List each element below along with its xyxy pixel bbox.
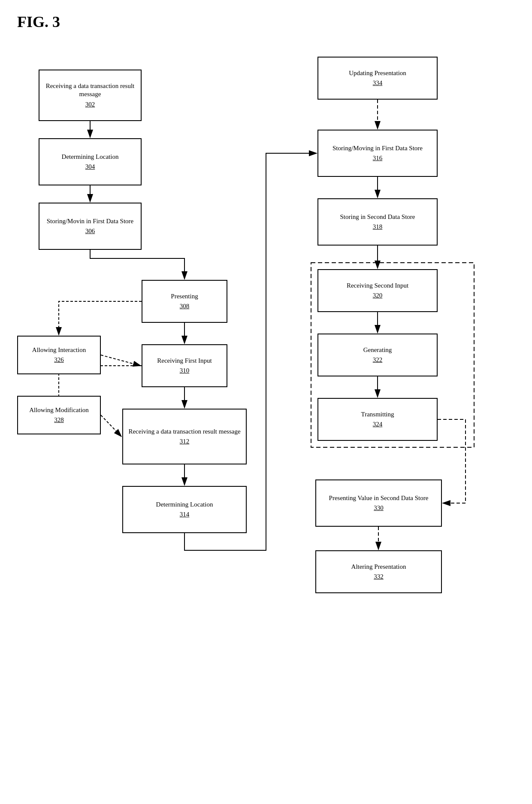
flowbox-b316: Storing/Moving in First Data Store316 — [317, 130, 438, 177]
box-label-b332: Altering Presentation — [351, 563, 406, 571]
flowbox-b330: Presenting Value in Second Data Store330 — [315, 479, 442, 527]
flowbox-b306: Storing/Movin in First Data Store306 — [39, 203, 142, 250]
box-num-b310: 310 — [180, 367, 190, 375]
box-label-b314: Determining Location — [156, 501, 213, 509]
flowbox-b320: Receiving Second Input320 — [317, 269, 438, 312]
box-num-b326: 326 — [54, 356, 64, 364]
box-num-b322: 322 — [373, 356, 383, 364]
flowbox-b312: Receiving a data transaction result mess… — [122, 409, 247, 464]
box-num-b308: 308 — [180, 302, 190, 311]
box-num-b304: 304 — [85, 163, 95, 171]
box-label-b310: Receiving First Input — [157, 357, 212, 365]
box-num-b316: 316 — [373, 154, 383, 163]
flowbox-b322: Generating322 — [317, 334, 438, 376]
box-label-b330: Presenting Value in Second Data Store — [329, 494, 429, 503]
flowbox-b334: Updating Presentation334 — [317, 57, 438, 100]
page-title: FIG. 3 — [0, 0, 532, 31]
box-label-b306: Storing/Movin in First Data Store — [47, 217, 134, 226]
box-num-b330: 330 — [374, 504, 384, 513]
box-label-b304: Determining Location — [62, 153, 119, 161]
box-num-b302: 302 — [85, 100, 95, 109]
box-label-b302: Receiving a data transaction result mess… — [43, 82, 137, 99]
box-label-b316: Storing/Moving in First Data Store — [332, 144, 423, 153]
box-label-b320: Receiving Second Input — [347, 282, 408, 290]
svg-line-14 — [101, 415, 121, 437]
box-num-b318: 318 — [373, 223, 383, 231]
box-num-b324: 324 — [373, 420, 383, 429]
box-label-b326: Allowing Interaction — [32, 346, 86, 355]
flowbox-b324: Transmitting324 — [317, 398, 438, 441]
box-num-b320: 320 — [373, 291, 383, 300]
flowbox-b304: Determining Location304 — [39, 138, 142, 185]
box-label-b334: Updating Presentation — [349, 69, 406, 78]
box-label-b318: Storing in Second Data Store — [340, 213, 415, 221]
box-num-b314: 314 — [180, 510, 190, 519]
flowbox-b332: Altering Presentation332 — [315, 550, 442, 593]
flowbox-b314: Determining Location314 — [122, 486, 247, 533]
flowbox-b326: Allowing Interaction326 — [17, 336, 101, 374]
flowbox-b308: Presenting308 — [142, 280, 227, 323]
box-num-b306: 306 — [85, 227, 95, 236]
box-num-b328: 328 — [54, 416, 64, 425]
flowbox-b318: Storing in Second Data Store318 — [317, 198, 438, 246]
svg-line-13 — [101, 355, 141, 366]
box-label-b312: Receiving a data transaction result mess… — [128, 428, 240, 436]
box-label-b322: Generating — [363, 346, 392, 355]
diagram-container: Receiving a data transaction result mess… — [0, 35, 532, 804]
box-label-b324: Transmitting — [361, 410, 394, 419]
box-num-b312: 312 — [180, 437, 190, 446]
flowbox-b302: Receiving a data transaction result mess… — [39, 70, 142, 121]
box-label-b308: Presenting — [171, 292, 198, 301]
box-num-b332: 332 — [374, 573, 384, 581]
box-num-b334: 334 — [373, 79, 383, 88]
flowbox-b310: Receiving First Input310 — [142, 344, 227, 387]
flowbox-b328: Allowing Modification328 — [17, 396, 101, 434]
box-label-b328: Allowing Modification — [29, 406, 89, 415]
